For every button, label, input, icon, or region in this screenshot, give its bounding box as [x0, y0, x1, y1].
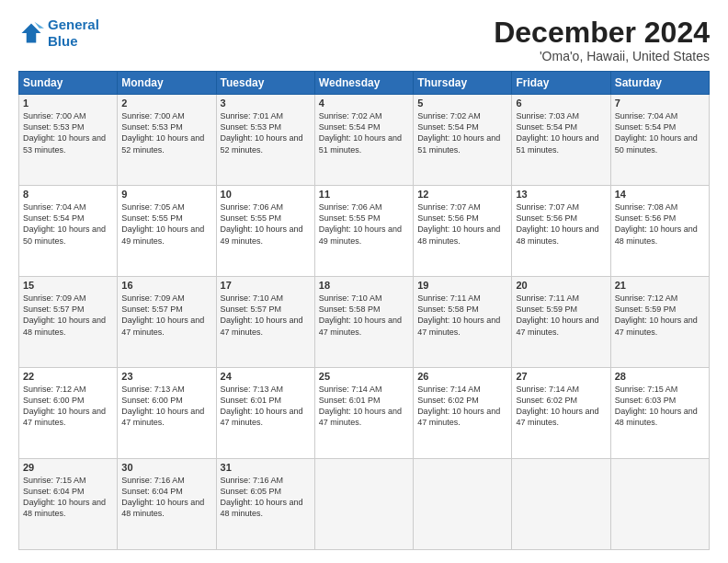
day-number: 29 — [23, 462, 113, 473]
table-row: 23 Sunrise: 7:13 AMSunset: 6:00 PMDaylig… — [118, 368, 216, 459]
day-number: 28 — [615, 371, 705, 382]
table-row — [414, 459, 512, 550]
table-row: 20 Sunrise: 7:11 AMSunset: 5:59 PMDaylig… — [512, 277, 610, 368]
table-row — [610, 459, 709, 550]
logo-icon — [18, 20, 44, 46]
location: 'Oma'o, Hawaii, United States — [494, 49, 710, 63]
table-row: 3 Sunrise: 7:01 AMSunset: 5:53 PMDayligh… — [216, 95, 314, 186]
logo-text: General Blue — [48, 17, 99, 50]
day-number: 12 — [417, 189, 507, 200]
day-number: 27 — [516, 371, 606, 382]
svg-marker-1 — [35, 22, 45, 29]
page: General Blue December 2024 'Oma'o, Hawai… — [0, 0, 728, 563]
day-number: 13 — [516, 189, 606, 200]
day-number: 2 — [121, 98, 211, 109]
cell-info: Sunrise: 7:16 AMSunset: 6:04 PMDaylight:… — [121, 476, 204, 518]
day-number: 10 — [221, 189, 311, 200]
cell-info: Sunrise: 7:13 AMSunset: 6:01 PMDaylight:… — [221, 385, 303, 427]
table-row: 13 Sunrise: 7:07 AMSunset: 5:56 PMDaylig… — [512, 186, 610, 277]
table-row: 2 Sunrise: 7:00 AMSunset: 5:53 PMDayligh… — [118, 95, 216, 186]
table-row: 5 Sunrise: 7:02 AMSunset: 5:54 PMDayligh… — [414, 95, 512, 186]
cell-info: Sunrise: 7:11 AMSunset: 5:58 PMDaylight:… — [417, 293, 500, 336]
table-row: 1 Sunrise: 7:00 AMSunset: 5:53 PMDayligh… — [19, 95, 118, 186]
table-row: 30 Sunrise: 7:16 AMSunset: 6:04 PMDaylig… — [118, 459, 216, 550]
day-number: 30 — [121, 462, 211, 473]
col-sunday: Sunday — [19, 72, 118, 95]
day-number: 26 — [417, 371, 507, 382]
day-number: 15 — [23, 280, 113, 291]
table-row: 14 Sunrise: 7:08 AMSunset: 5:56 PMDaylig… — [610, 186, 709, 277]
table-row: 8 Sunrise: 7:04 AMSunset: 5:54 PMDayligh… — [19, 186, 118, 277]
cell-info: Sunrise: 7:04 AMSunset: 5:54 PMDaylight:… — [23, 202, 106, 245]
day-number: 24 — [221, 371, 311, 382]
cell-info: Sunrise: 7:07 AMSunset: 5:56 PMDaylight:… — [417, 202, 500, 245]
table-row: 12 Sunrise: 7:07 AMSunset: 5:56 PMDaylig… — [414, 186, 512, 277]
logo: General Blue — [18, 17, 99, 50]
table-row: 24 Sunrise: 7:13 AMSunset: 6:01 PMDaylig… — [216, 368, 314, 459]
table-row: 17 Sunrise: 7:10 AMSunset: 5:57 PMDaylig… — [216, 277, 314, 368]
table-row: 26 Sunrise: 7:14 AMSunset: 6:02 PMDaylig… — [414, 368, 512, 459]
table-row: 27 Sunrise: 7:14 AMSunset: 6:02 PMDaylig… — [512, 368, 610, 459]
calendar-week-row: 1 Sunrise: 7:00 AMSunset: 5:53 PMDayligh… — [19, 95, 710, 186]
day-number: 1 — [23, 98, 113, 109]
table-row: 21 Sunrise: 7:12 AMSunset: 5:59 PMDaylig… — [610, 277, 709, 368]
table-row — [314, 459, 413, 550]
day-number: 25 — [319, 371, 409, 382]
cell-info: Sunrise: 7:11 AMSunset: 5:59 PMDaylight:… — [516, 293, 598, 336]
table-row: 25 Sunrise: 7:14 AMSunset: 6:01 PMDaylig… — [314, 368, 413, 459]
col-saturday: Saturday — [610, 72, 709, 95]
cell-info: Sunrise: 7:08 AMSunset: 5:56 PMDaylight:… — [615, 202, 698, 245]
table-row: 10 Sunrise: 7:06 AMSunset: 5:55 PMDaylig… — [216, 186, 314, 277]
logo-line2: Blue — [48, 33, 78, 49]
cell-info: Sunrise: 7:10 AMSunset: 5:57 PMDaylight:… — [221, 293, 303, 336]
cell-info: Sunrise: 7:01 AMSunset: 5:53 PMDaylight:… — [221, 111, 303, 154]
cell-info: Sunrise: 7:04 AMSunset: 5:54 PMDaylight:… — [615, 111, 698, 154]
cell-info: Sunrise: 7:14 AMSunset: 6:01 PMDaylight:… — [319, 385, 402, 427]
day-number: 17 — [221, 280, 311, 291]
day-number: 9 — [121, 189, 211, 200]
col-thursday: Thursday — [414, 72, 512, 95]
calendar-week-row: 8 Sunrise: 7:04 AMSunset: 5:54 PMDayligh… — [19, 186, 710, 277]
logo-line1: General — [48, 17, 99, 32]
cell-info: Sunrise: 7:06 AMSunset: 5:55 PMDaylight:… — [221, 202, 303, 245]
cell-info: Sunrise: 7:16 AMSunset: 6:05 PMDaylight:… — [221, 476, 303, 518]
cell-info: Sunrise: 7:00 AMSunset: 5:53 PMDaylight:… — [121, 111, 204, 154]
day-number: 3 — [221, 98, 311, 109]
table-row: 15 Sunrise: 7:09 AMSunset: 5:57 PMDaylig… — [19, 277, 118, 368]
cell-info: Sunrise: 7:14 AMSunset: 6:02 PMDaylight:… — [417, 385, 500, 427]
cell-info: Sunrise: 7:15 AMSunset: 6:03 PMDaylight:… — [615, 385, 698, 427]
table-row: 29 Sunrise: 7:15 AMSunset: 6:04 PMDaylig… — [19, 459, 118, 550]
calendar-header-row: Sunday Monday Tuesday Wednesday Thursday… — [19, 72, 710, 95]
day-number: 6 — [516, 98, 606, 109]
table-row: 31 Sunrise: 7:16 AMSunset: 6:05 PMDaylig… — [216, 459, 314, 550]
day-number: 8 — [23, 189, 113, 200]
cell-info: Sunrise: 7:03 AMSunset: 5:54 PMDaylight:… — [516, 111, 598, 154]
title-block: December 2024 'Oma'o, Hawaii, United Sta… — [494, 17, 710, 63]
table-row: 28 Sunrise: 7:15 AMSunset: 6:03 PMDaylig… — [610, 368, 709, 459]
month-title: December 2024 — [494, 17, 710, 49]
table-row: 16 Sunrise: 7:09 AMSunset: 5:57 PMDaylig… — [118, 277, 216, 368]
table-row: 19 Sunrise: 7:11 AMSunset: 5:58 PMDaylig… — [414, 277, 512, 368]
day-number: 7 — [615, 98, 705, 109]
day-number: 31 — [221, 462, 311, 473]
cell-info: Sunrise: 7:05 AMSunset: 5:55 PMDaylight:… — [121, 202, 204, 245]
calendar-week-row: 29 Sunrise: 7:15 AMSunset: 6:04 PMDaylig… — [19, 459, 710, 550]
cell-info: Sunrise: 7:12 AMSunset: 6:00 PMDaylight:… — [23, 385, 106, 427]
day-number: 16 — [121, 280, 211, 291]
day-number: 22 — [23, 371, 113, 382]
table-row: 18 Sunrise: 7:10 AMSunset: 5:58 PMDaylig… — [314, 277, 413, 368]
col-wednesday: Wednesday — [314, 72, 413, 95]
cell-info: Sunrise: 7:15 AMSunset: 6:04 PMDaylight:… — [23, 476, 106, 518]
cell-info: Sunrise: 7:06 AMSunset: 5:55 PMDaylight:… — [319, 202, 402, 245]
calendar-table: Sunday Monday Tuesday Wednesday Thursday… — [18, 71, 710, 550]
col-friday: Friday — [512, 72, 610, 95]
day-number: 21 — [615, 280, 705, 291]
calendar-week-row: 15 Sunrise: 7:09 AMSunset: 5:57 PMDaylig… — [19, 277, 710, 368]
header: General Blue December 2024 'Oma'o, Hawai… — [18, 17, 710, 63]
cell-info: Sunrise: 7:07 AMSunset: 5:56 PMDaylight:… — [516, 202, 598, 245]
cell-info: Sunrise: 7:12 AMSunset: 5:59 PMDaylight:… — [615, 293, 698, 336]
cell-info: Sunrise: 7:00 AMSunset: 5:53 PMDaylight:… — [23, 111, 106, 154]
table-row: 6 Sunrise: 7:03 AMSunset: 5:54 PMDayligh… — [512, 95, 610, 186]
table-row: 7 Sunrise: 7:04 AMSunset: 5:54 PMDayligh… — [610, 95, 709, 186]
day-number: 4 — [319, 98, 409, 109]
